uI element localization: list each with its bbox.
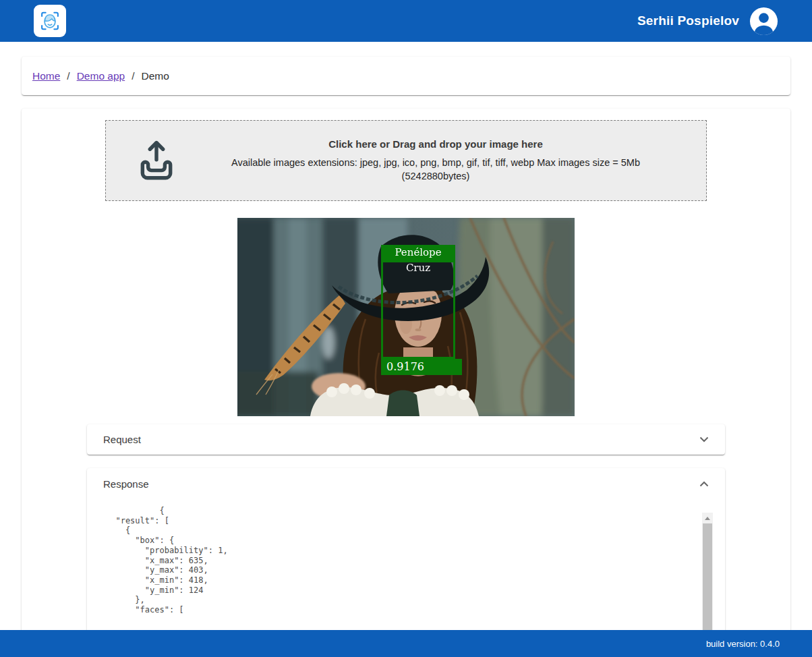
chevron-down-icon[interactable] bbox=[699, 436, 709, 442]
request-panel-header[interactable]: Request bbox=[87, 424, 725, 455]
scroll-up-arrow-icon bbox=[705, 517, 710, 520]
account-circle-icon[interactable] bbox=[749, 7, 778, 36]
image-dropzone[interactable]: Click here or Drag and drop your image h… bbox=[105, 120, 707, 201]
face-scan-logo-icon bbox=[37, 8, 63, 34]
dropzone-extensions-info: Available images extensions: jpeg, jpg, … bbox=[209, 156, 662, 183]
face-detection-probability-label: 0.9176 bbox=[381, 359, 462, 375]
response-panel-header[interactable]: Response bbox=[87, 468, 725, 499]
breadcrumb-link-home[interactable]: Home bbox=[32, 70, 60, 82]
breadcrumb-separator: / bbox=[67, 70, 69, 82]
breadcrumb-link-demo-app[interactable]: Demo app bbox=[77, 70, 125, 82]
face-detection-box bbox=[381, 260, 455, 359]
response-panel-title: Response bbox=[103, 478, 149, 490]
request-panel-title: Request bbox=[103, 434, 141, 445]
dropzone-title: Click here or Drag and drop your image h… bbox=[207, 138, 664, 150]
app-logo[interactable] bbox=[34, 5, 66, 37]
demo-content-card: Click here or Drag and drop your image h… bbox=[22, 109, 790, 657]
breadcrumb: Home / Demo app / Demo bbox=[22, 57, 790, 95]
request-panel: Request bbox=[87, 424, 725, 455]
breadcrumb-current-demo: Demo bbox=[142, 70, 169, 82]
scrollbar-up-button[interactable] bbox=[702, 513, 713, 523]
response-scrollbar[interactable] bbox=[702, 513, 713, 631]
scrollbar-thumb[interactable] bbox=[703, 523, 712, 631]
response-json-viewer: { "result": [ { "box": { "probability": … bbox=[87, 499, 725, 631]
upload-tray-icon bbox=[136, 138, 177, 183]
breadcrumb-separator: / bbox=[132, 70, 134, 82]
user-name: Serhii Pospielov bbox=[637, 13, 739, 28]
uploaded-photo: Penélope Cruz 0.9176 bbox=[237, 218, 575, 416]
app-header: Serhii Pospielov bbox=[0, 0, 812, 42]
chevron-up-icon[interactable] bbox=[699, 481, 709, 487]
build-version-label: build version: 0.4.0 bbox=[706, 639, 780, 649]
response-json-text: { "result": [ { "box": { "probability": … bbox=[87, 499, 725, 615]
face-detection-name-label: Penélope Cruz bbox=[381, 245, 455, 260]
app-footer: build version: 0.4.0 bbox=[0, 630, 812, 657]
response-panel: Response { "result": [ { "box": { "proba… bbox=[87, 468, 725, 631]
